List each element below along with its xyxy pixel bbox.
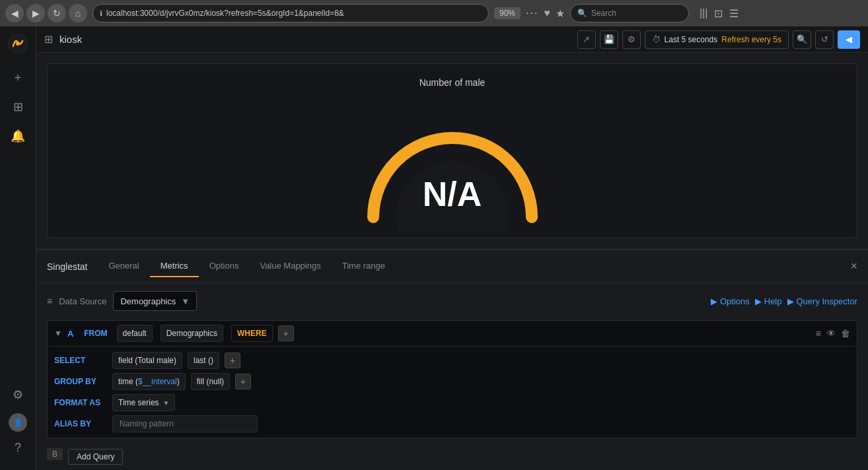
search-placeholder: Search: [591, 9, 616, 18]
sidebar-bottom: ⚙ 👤 ?: [5, 382, 31, 463]
browser-search-bar[interactable]: 🔍 Search: [570, 4, 689, 22]
close-editor-button[interactable]: ×: [850, 259, 857, 273]
save-button[interactable]: 💾: [600, 30, 618, 49]
where-button[interactable]: WHERE: [231, 325, 273, 342]
browser-menu-icon[interactable]: ☰: [729, 7, 739, 20]
time-range-picker[interactable]: ⏱ Last 5 seconds Refresh every 5s: [645, 30, 789, 49]
editor-panel: Singlestat General Metrics Options Value…: [36, 249, 868, 470]
alias-by-field-row: ALIAS BY: [54, 415, 850, 432]
tab-general[interactable]: General: [98, 255, 149, 277]
sidebar: + ⊞ 🔔 ⚙ 👤 ?: [0, 26, 36, 470]
query-list-icon[interactable]: ≡: [816, 328, 821, 339]
home-button[interactable]: ⌂: [69, 4, 87, 22]
zoom-out-button[interactable]: 🔍: [793, 30, 811, 49]
main-content: ⊞ kiosk ↗ 💾 ⚙ ⏱ Last 5 seconds Refresh e…: [36, 26, 868, 470]
select-function-value[interactable]: last (): [188, 352, 219, 369]
select-key: SELECT: [54, 356, 107, 365]
select-field-value[interactable]: field (Total male): [112, 352, 182, 369]
query-row-actions: ≡ 👁 🗑: [816, 328, 850, 339]
reader-icon[interactable]: ⊡: [714, 7, 723, 20]
format-as-selector[interactable]: Time series ▼: [112, 394, 175, 411]
tab-metrics[interactable]: Metrics: [150, 255, 199, 277]
options-button[interactable]: ▶ Options: [711, 296, 750, 306]
group-by-field-row: GROUP BY time ($__interval) fill (null) …: [54, 373, 850, 390]
format-caret-icon: ▼: [163, 399, 170, 407]
datasource-value: Demographics: [120, 296, 176, 306]
query-inspector-label: Query Inspector: [797, 296, 858, 306]
alias-by-key: ALIAS BY: [54, 419, 107, 428]
avatar-icon: 👤: [13, 418, 23, 427]
address-info-icon: ℹ: [100, 9, 102, 18]
format-as-key: FORMAT AS: [54, 398, 107, 407]
gauge-value: N/A: [423, 174, 482, 214]
grafana-logo[interactable]: [7, 33, 28, 54]
add-filter-button[interactable]: +: [278, 325, 294, 341]
browser-bookmark-icons: ♥ ★: [544, 7, 565, 20]
reload-button[interactable]: ↻: [48, 4, 66, 22]
from-key: FROM: [84, 329, 107, 338]
bookmark-star-icon[interactable]: ★: [556, 7, 565, 20]
query-field-rows: SELECT field (Total male) last () + GROU…: [48, 347, 857, 438]
group-fill-value[interactable]: fill (null): [191, 373, 230, 390]
query-a-label: A: [67, 329, 73, 339]
back-button[interactable]: ◀: [5, 4, 24, 22]
settings-button[interactable]: ⚙: [622, 30, 641, 49]
group-interval-value[interactable]: time ($__interval): [112, 373, 186, 390]
add-query-button[interactable]: Add Query: [68, 449, 123, 465]
bookmark-heart-icon[interactable]: ♥: [544, 7, 550, 19]
query-eye-icon[interactable]: 👁: [826, 328, 836, 339]
sidebar-add-icon[interactable]: +: [5, 65, 31, 91]
query-collapse-toggle[interactable]: ▼: [54, 329, 62, 338]
sidebar-help-icon[interactable]: ?: [5, 434, 31, 461]
browser-menu-icons: ||| ⊡ ☰: [700, 7, 739, 20]
address-bar[interactable]: ℹ localhost:3000/d/jvrvGx0mz/kiosk?refre…: [92, 4, 489, 22]
datasource-selector[interactable]: Demographics ▼: [113, 291, 197, 311]
query-row-a-header: ▼ A FROM default Demographics WHERE + ≡ …: [48, 321, 857, 347]
panel-area: Number of male N/A: [36, 53, 868, 249]
from-table-value[interactable]: Demographics: [161, 325, 223, 342]
gauge-svg: [353, 102, 552, 234]
options-caret-icon: ▶: [711, 296, 717, 306]
alias-input[interactable]: [112, 415, 258, 432]
tab-options[interactable]: Options: [199, 255, 250, 277]
from-default-value[interactable]: default: [117, 325, 153, 342]
help-label: Help: [764, 296, 782, 306]
select-field-row: SELECT field (Total male) last () +: [54, 352, 850, 369]
tab-value-mappings[interactable]: Value Mappings: [249, 255, 331, 277]
group-by-key: GROUP BY: [54, 377, 107, 386]
time-icon: ⏱: [652, 34, 661, 44]
more-options-icon[interactable]: ···: [526, 7, 538, 19]
datasource-label: Data Source: [59, 296, 106, 306]
refresh-button[interactable]: ↺: [815, 30, 834, 49]
editor-tabs: General Metrics Options Value Mappings T…: [98, 255, 396, 277]
library-icon[interactable]: |||: [700, 7, 707, 19]
avatar[interactable]: 👤: [9, 413, 27, 432]
sidebar-alerts-icon[interactable]: 🔔: [5, 123, 31, 149]
query-inspector-button[interactable]: ▶ Query Inspector: [787, 296, 858, 306]
query-trash-icon[interactable]: 🗑: [841, 328, 850, 339]
tab-time-range[interactable]: Time range: [332, 255, 396, 277]
help-button[interactable]: ▶ Help: [755, 296, 782, 306]
options-label: Options: [720, 296, 750, 306]
gauge-panel: Number of male N/A: [47, 63, 857, 238]
zoom-level[interactable]: 90%: [494, 7, 521, 19]
datasource-icon: ≡: [47, 296, 52, 306]
apps-grid-icon[interactable]: ⊞: [44, 33, 53, 46]
add-group-button[interactable]: +: [235, 374, 251, 389]
sidebar-dashboards-icon[interactable]: ⊞: [5, 94, 31, 120]
sidebar-settings-icon[interactable]: ⚙: [5, 382, 31, 408]
format-value: Time series: [118, 398, 159, 407]
datasource-caret-icon: ▼: [181, 296, 190, 306]
add-select-button[interactable]: +: [225, 352, 240, 368]
time-label: Last 5 seconds: [665, 35, 718, 44]
back-to-dashboard-button[interactable]: ◀: [838, 30, 860, 49]
share-button[interactable]: ↗: [577, 30, 596, 49]
dashboard-title: kiosk: [59, 34, 571, 45]
panel-type-label: Singlestat: [47, 261, 87, 272]
topbar: ⊞ kiosk ↗ 💾 ⚙ ⏱ Last 5 seconds Refresh e…: [36, 26, 868, 53]
help-caret-icon: ▶: [755, 296, 762, 306]
forward-button[interactable]: ▶: [26, 4, 45, 22]
metrics-editor: ≡ Data Source Demographics ▼ ▶ Options ▶: [36, 283, 868, 470]
add-query-row: B Add Query: [47, 444, 857, 465]
search-icon: 🔍: [577, 9, 587, 18]
